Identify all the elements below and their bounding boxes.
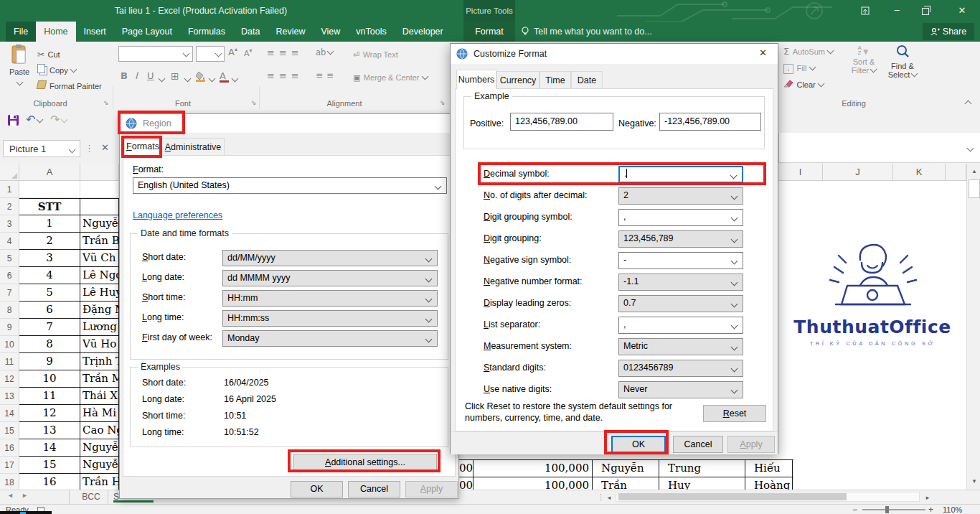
row-header[interactable]: 16	[0, 439, 19, 457]
column-header-k[interactable]: K	[893, 164, 946, 181]
font-dialog-launcher-icon[interactable]: ⇘	[251, 99, 257, 106]
cell-stt[interactable]: 10	[19, 370, 80, 388]
column-header-i[interactable]: I	[778, 164, 823, 181]
row-header[interactable]: 6	[0, 267, 19, 284]
field-combo[interactable]: -1.1	[618, 274, 743, 291]
cell-stt[interactable]: 11	[19, 388, 80, 405]
horizontal-scroll-thumb[interactable]	[618, 493, 847, 500]
vertical-scrollbar[interactable]: ▴ ▾	[966, 164, 980, 490]
collapse-ribbon-icon[interactable]	[966, 98, 974, 106]
underline-icon[interactable]: U	[147, 70, 154, 81]
tab-vntools[interactable]: vnTools	[348, 22, 394, 42]
cell-name[interactable]: Thái X	[80, 388, 119, 405]
column-header-j[interactable]: J	[823, 164, 893, 181]
sheet-nav-prev-icon[interactable]: ◄	[7, 492, 14, 499]
copy-button[interactable]: Copy	[37, 63, 76, 76]
alignment-dialog-launcher-icon[interactable]: ⇘	[440, 99, 446, 106]
cell-stt[interactable]: 8	[19, 336, 80, 353]
share-button[interactable]: Share	[923, 23, 974, 40]
cell-name[interactable]	[80, 181, 119, 198]
zoom-level[interactable]: 110%	[943, 505, 962, 514]
zoom-in-icon[interactable]: +	[928, 505, 933, 514]
cell-name[interactable]: Cao Ng	[80, 422, 119, 439]
cell-name[interactable]: Lương	[80, 319, 119, 336]
cell-name[interactable]: Trần M	[80, 370, 119, 388]
bold-icon[interactable]: B	[121, 70, 128, 81]
row-header[interactable]: 13	[0, 388, 19, 405]
scroll-down-icon[interactable]: ▾	[969, 475, 979, 487]
field-combo[interactable]: HH:mm	[222, 290, 438, 307]
row-header[interactable]: 15	[0, 422, 19, 439]
cell[interactable]: Trung	[659, 460, 745, 477]
field-combo[interactable]: 123,456,789	[618, 230, 743, 248]
field-combo[interactable]: -	[618, 252, 743, 269]
tab-file[interactable]: File	[6, 22, 36, 42]
field-combo[interactable]: HH:mm:ss	[222, 310, 438, 327]
cell-name[interactable]: Vũ Ch	[80, 250, 119, 267]
customize-apply-button[interactable]: Apply	[727, 436, 775, 453]
cell-name[interactable]: Lê Huy	[80, 284, 119, 302]
tab-insert[interactable]: Insert	[76, 22, 114, 42]
reset-button[interactable]: Reset	[703, 405, 766, 422]
zoom-slider-thumb[interactable]	[885, 506, 889, 513]
cell[interactable]: 100,000	[473, 460, 593, 477]
picture-area[interactable]: ThuthuatOffice TRÍ KỶ CỦA DÂN CÔNG SỞ	[778, 181, 966, 465]
cell-stt[interactable]: 3	[19, 250, 80, 267]
region-ok-button[interactable]: OK	[291, 481, 343, 497]
minimize-icon[interactable]: –	[886, 0, 908, 22]
font-size-combo[interactable]	[196, 46, 225, 62]
cell[interactable]: Hiếu	[745, 460, 793, 477]
row-header[interactable]: 10	[0, 336, 19, 353]
cell-name[interactable]: Đặng M	[80, 302, 119, 319]
cell-stt[interactable]: 16	[19, 474, 80, 490]
clear-button[interactable]: Clear	[783, 78, 824, 90]
borders-icon[interactable]: ⊞	[171, 70, 179, 82]
column-header-b-sliver[interactable]	[80, 164, 119, 181]
formula-bar[interactable]	[778, 133, 980, 163]
tab-developer[interactable]: Developer	[395, 22, 451, 42]
row-header[interactable]: 3	[0, 215, 19, 233]
field-combo[interactable]: ,	[618, 209, 743, 226]
row-header[interactable]: 7	[0, 284, 19, 302]
font-color-icon[interactable]: A	[220, 69, 229, 83]
ribbon-display-options-icon[interactable]	[855, 0, 875, 22]
row-header[interactable]: 2	[0, 198, 19, 215]
cell-stt[interactable]: 12	[19, 405, 80, 422]
language-preferences-link[interactable]: Language preferences	[133, 210, 222, 220]
restore-icon[interactable]	[915, 0, 936, 22]
find-select-button[interactable]: Find & Select	[884, 45, 921, 79]
close-icon[interactable]: ✕	[759, 47, 767, 58]
indent-icons[interactable]: ≡≡	[316, 70, 337, 80]
tab-formulas[interactable]: Formulas	[180, 22, 233, 42]
row-header[interactable]: 5	[0, 250, 19, 267]
redo-button[interactable]: ↷	[50, 113, 67, 126]
fill-color-icon[interactable]	[195, 70, 207, 85]
row-header[interactable]: 14	[0, 405, 19, 422]
zoom-slider[interactable]	[862, 509, 925, 510]
sheet-tab-bcc[interactable]: BCC	[75, 490, 108, 504]
cell-stt[interactable]: STT	[19, 198, 80, 215]
cell-stt[interactable]: 9	[19, 353, 80, 370]
field-combo[interactable]: dd MMMM yyyy	[222, 270, 438, 286]
column-header-a[interactable]: A	[19, 164, 80, 181]
field-combo[interactable]: 2	[618, 187, 743, 205]
hscroll-left-icon[interactable]: ◂	[604, 492, 614, 503]
customize-cancel-button[interactable]: Cancel	[673, 436, 723, 453]
orientation-icon[interactable]: ab	[316, 47, 333, 57]
select-all-corner[interactable]	[0, 164, 19, 181]
column-header-l-sliver[interactable]	[946, 164, 966, 181]
cell[interactable]: 00	[459, 460, 473, 477]
region-apply-button[interactable]: Apply	[405, 481, 458, 497]
horizontal-align-icons[interactable]: ≡≡≡	[267, 70, 303, 81]
undo-button[interactable]: ↶	[26, 113, 42, 126]
formula-cancel-icon[interactable]: ✕	[101, 142, 109, 153]
name-box-splitter-icon[interactable]: ⋮	[85, 143, 94, 154]
cell-name[interactable]: Nguyễ	[80, 439, 119, 457]
cell-stt[interactable]: 7	[19, 319, 80, 336]
row-header[interactable]: 4	[0, 233, 19, 250]
vertical-scroll-thumb[interactable]	[969, 179, 980, 198]
cell-name[interactable]: Nguyễ	[80, 215, 119, 233]
tab-home[interactable]: Home	[36, 22, 75, 42]
horizontal-scrollbar[interactable]	[616, 492, 920, 502]
italic-icon[interactable]: I	[135, 70, 138, 81]
